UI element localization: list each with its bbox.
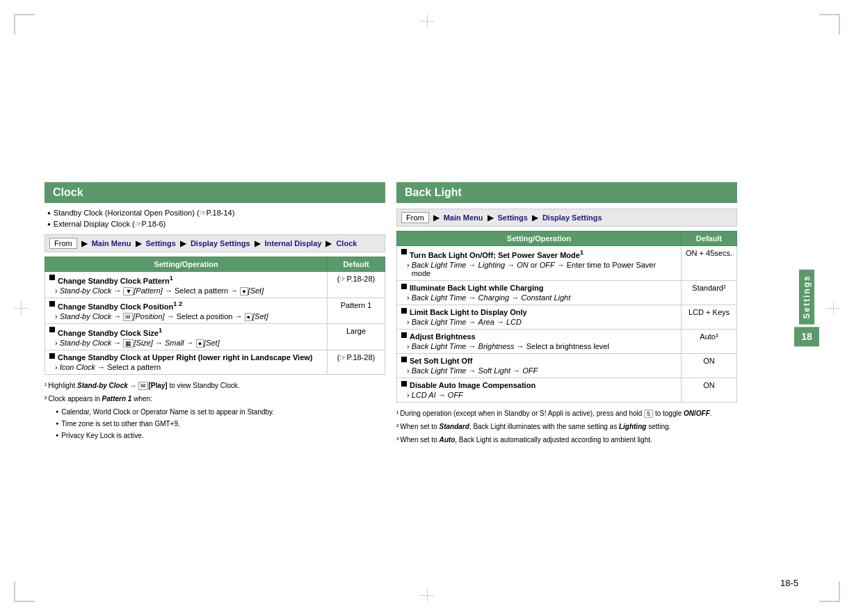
backlight-from-box: From bbox=[401, 212, 429, 223]
backlight-title: Back Light bbox=[396, 182, 737, 203]
backlight-table: Setting/Operation Default Turn Back Ligh… bbox=[396, 231, 737, 403]
clock-row-4-sub: Icon Clock → Select a pattern bbox=[60, 363, 161, 371]
backlight-row-4-default: Auto³ bbox=[682, 329, 737, 353]
clock-row-1-operation: Change Standby Clock Pattern1 › Stand-by… bbox=[45, 271, 328, 298]
clock-row-1-gt: › bbox=[55, 286, 58, 295]
clock-nav-main-menu: Main Menu bbox=[92, 239, 131, 248]
backlight-footnote-1: ¹ During operation (except when in Stand… bbox=[396, 408, 737, 419]
clock-footnote-1: ¹ Highlight Stand-by Clock → ✉[Play] to … bbox=[45, 380, 385, 391]
clock-row-1-default: (☞P.18-28) bbox=[328, 271, 385, 298]
clock-nav-arrow-2: ▶ bbox=[136, 238, 142, 248]
clock-row-4: Change Standby Clock at Upper Right (low… bbox=[45, 350, 385, 374]
clock-row-2: Change Standby Clock Position1 2 › Stand… bbox=[45, 298, 385, 324]
clock-row-4-operation: Change Standby Clock at Upper Right (low… bbox=[45, 350, 328, 374]
page-container: Clock Standby Clock (Horizontal Open Pos… bbox=[0, 0, 854, 616]
backlight-nav-display-settings: Display Settings bbox=[542, 213, 602, 222]
backlight-row-4-sub: Back Light Time → Brightness → Select a … bbox=[412, 342, 609, 350]
center-cross-left bbox=[14, 301, 28, 315]
backlight-row-6: Disable Auto Image Compensation › LCD AI… bbox=[397, 378, 737, 402]
backlight-row-2-operation: Illuminate Back Light while Charging › B… bbox=[397, 280, 682, 305]
backlight-row-2-marker bbox=[401, 284, 407, 289]
backlight-row-1-main: Turn Back Light On/Off; Set Power Saver … bbox=[410, 249, 583, 259]
corner-mark-tl bbox=[14, 14, 35, 35]
center-cross-top bbox=[420, 14, 434, 28]
clock-footnote-2-bullet-3: Privacy Key Lock is active. bbox=[56, 430, 385, 441]
backlight-row-1: Turn Back Light On/Off; Set Power Saver … bbox=[397, 245, 737, 280]
corner-mark-tr bbox=[819, 14, 840, 35]
clock-nav-internal-display: Internal Display bbox=[265, 239, 322, 248]
settings-label: Settings bbox=[799, 269, 814, 324]
backlight-row-3-sub: Back Light Time → Area → LCD bbox=[412, 318, 522, 326]
backlight-row-6-marker bbox=[401, 381, 407, 387]
page-footer: 18-5 bbox=[780, 578, 798, 588]
clock-row-1-sub: Stand-by Clock → ▼[Pattern] → Select a p… bbox=[60, 286, 264, 295]
backlight-row-3-marker bbox=[401, 308, 407, 314]
clock-row-4-default: (☞P.18-28) bbox=[328, 350, 385, 374]
clock-panel: Clock Standby Clock (Horizontal Open Pos… bbox=[45, 182, 385, 448]
page-number-box: 18 bbox=[794, 327, 819, 347]
backlight-footnotes: ¹ During operation (except when in Stand… bbox=[396, 408, 737, 446]
backlight-footnote-2: ² When set to Standard, Back Light illum… bbox=[396, 421, 737, 432]
clock-footnote-2-bullet-1: Calendar, World Clock or Operator Name i… bbox=[56, 407, 385, 417]
clock-nav-settings: Settings bbox=[146, 239, 176, 248]
clock-row-3: Change Standby Clock Size1 › Stand-by Cl… bbox=[45, 324, 385, 350]
clock-from-box: From bbox=[49, 238, 77, 249]
clock-row-4-marker bbox=[49, 353, 55, 359]
backlight-row-5-marker bbox=[401, 357, 407, 362]
clock-bullet-1: Standby Clock (Horizontal Open Position)… bbox=[47, 209, 385, 218]
backlight-row-4: Adjust Brightness › Back Light Time → Br… bbox=[397, 329, 737, 353]
clock-row-3-default: Large bbox=[328, 324, 385, 350]
clock-footnote-2: ² Clock appears in Pattern 1 when: bbox=[45, 394, 385, 404]
corner-mark-br bbox=[819, 581, 840, 602]
clock-table-header-default: Default bbox=[328, 257, 385, 271]
backlight-table-header-operation: Setting/Operation bbox=[397, 231, 682, 245]
backlight-row-6-default: ON bbox=[682, 378, 737, 402]
backlight-row-3: Limit Back Light to Display Only › Back … bbox=[397, 305, 737, 329]
clock-row-4-gt: › bbox=[55, 363, 58, 371]
content-area: Clock Standby Clock (Horizontal Open Pos… bbox=[45, 182, 809, 448]
clock-table: Setting/Operation Default Change Standby… bbox=[45, 257, 385, 375]
clock-bullet-2: External Display Clock (☞P.18-6) bbox=[47, 220, 385, 229]
backlight-nav-arrow-3: ▶ bbox=[532, 213, 538, 222]
clock-row-3-gt: › bbox=[55, 339, 58, 347]
clock-row-3-sub: Stand-by Clock → ▦[Size] → Small → ●[Set… bbox=[60, 339, 220, 347]
backlight-row-5-main: Set Soft Light Off bbox=[410, 357, 472, 365]
clock-footnotes: ¹ Highlight Stand-by Clock → ✉[Play] to … bbox=[45, 380, 385, 441]
backlight-row-4-operation: Adjust Brightness › Back Light Time → Br… bbox=[397, 329, 682, 353]
backlight-row-6-sub: LCD AI → OFF bbox=[412, 391, 463, 399]
backlight-row-5: Set Soft Light Off › Back Light Time → S… bbox=[397, 353, 737, 378]
backlight-nav-main-menu: Main Menu bbox=[444, 213, 483, 222]
clock-row-3-marker bbox=[49, 327, 55, 332]
clock-row-4-main: Change Standby Clock at Upper Right (low… bbox=[58, 353, 313, 362]
clock-table-header-operation: Setting/Operation bbox=[45, 257, 328, 271]
clock-nav-arrow-5: ▶ bbox=[325, 238, 332, 248]
backlight-row-3-default: LCD + Keys bbox=[682, 305, 737, 329]
clock-bullets: Standby Clock (Horizontal Open Position)… bbox=[45, 209, 385, 229]
backlight-row-3-operation: Limit Back Light to Display Only › Back … bbox=[397, 305, 682, 329]
backlight-panel: Back Light From ▶ Main Menu ▶ Settings ▶… bbox=[396, 182, 737, 448]
backlight-row-5-sub: Back Light Time → Soft Light → OFF bbox=[412, 366, 538, 375]
clock-row-1: Change Standby Clock Pattern1 › Stand-by… bbox=[45, 271, 385, 298]
backlight-row-2-main: Illuminate Back Light while Charging bbox=[410, 284, 544, 292]
center-cross-bottom bbox=[420, 588, 434, 602]
backlight-row-4-main: Adjust Brightness bbox=[410, 332, 476, 341]
backlight-nav-arrow-1: ▶ bbox=[433, 213, 440, 222]
backlight-footnote-3: ³ When set to Auto, Back Light is automa… bbox=[396, 435, 737, 445]
clock-nav-arrow-1: ▶ bbox=[81, 238, 88, 248]
backlight-table-header-default: Default bbox=[682, 231, 737, 245]
backlight-row-1-marker bbox=[401, 249, 407, 254]
clock-nav-display-settings: Display Settings bbox=[191, 239, 250, 248]
clock-nav-bar: From ▶ Main Menu ▶ Settings ▶ Display Se… bbox=[45, 234, 385, 252]
clock-nav-arrow-4: ▶ bbox=[255, 238, 261, 248]
backlight-nav-arrow-2: ▶ bbox=[488, 213, 494, 222]
backlight-row-1-default: ON + 45secs. bbox=[682, 245, 737, 280]
corner-mark-bl bbox=[14, 581, 35, 602]
clock-row-2-gt: › bbox=[55, 312, 58, 321]
backlight-row-2-default: Standard² bbox=[682, 280, 737, 305]
clock-row-1-main: Change Standby Clock Pattern1 bbox=[58, 275, 173, 285]
backlight-row-1-operation: Turn Back Light On/Off; Set Power Saver … bbox=[397, 245, 682, 280]
center-cross-right bbox=[826, 301, 840, 315]
clock-row-1-marker bbox=[49, 275, 55, 280]
backlight-nav-bar: From ▶ Main Menu ▶ Settings ▶ Display Se… bbox=[396, 209, 737, 227]
clock-footnote-2-bullet-2: Time zone is set to other than GMT+9. bbox=[56, 419, 385, 429]
